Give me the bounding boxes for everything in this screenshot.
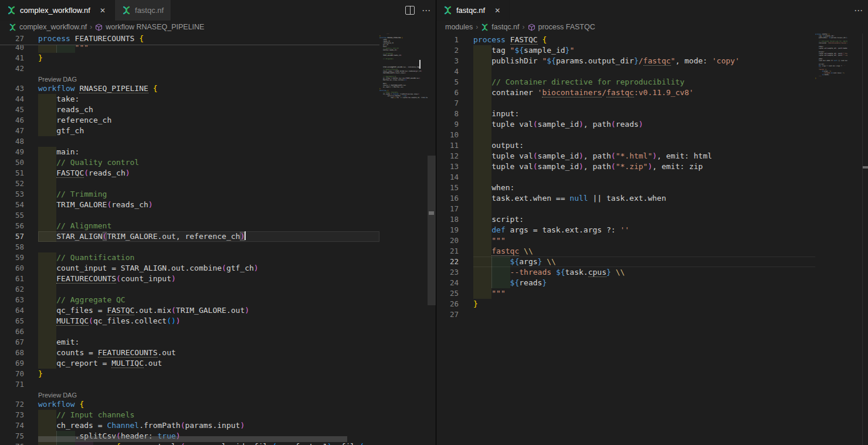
line-content: count_input = STAR_ALIGN.out.combine(gtf… — [38, 263, 379, 274]
code-token: // Quality control — [56, 158, 139, 167]
code-token: } — [38, 53, 43, 62]
line-content: // Trimming — [38, 189, 379, 200]
split-editor-icon[interactable] — [405, 6, 415, 15]
tab-fastqc.nf[interactable]: fastqc.nf✕ — [436, 0, 510, 21]
code-token: ( — [360, 442, 364, 445]
code-token: tag — [491, 46, 510, 55]
indent-band — [38, 231, 56, 242]
editor-right[interactable]: 1process FASTQC {2tag "${sample_id}"3pub… — [436, 33, 868, 445]
code-line: 62 — [0, 284, 379, 295]
line-number: 13 — [436, 161, 459, 172]
code-token: """ — [491, 236, 505, 245]
code-token: "*.zip" — [616, 162, 648, 171]
codelens-preview-dag[interactable]: Preview DAG — [38, 392, 77, 399]
line-number: 23 — [436, 267, 459, 278]
more-actions-icon[interactable]: ⋯ — [854, 0, 863, 21]
line-text: ch_reads = Channel.fromPath(params.input… — [38, 420, 245, 431]
code-line: 60count_input = STAR_ALIGN.out.combine(g… — [0, 263, 379, 274]
indent-band — [38, 305, 56, 316]
code-token: , file — [332, 442, 360, 445]
line-number: 45 — [0, 104, 24, 115]
line-number: 72 — [0, 399, 24, 410]
breadcrumb-item-process[interactable]: process FASTQC — [528, 23, 595, 31]
breadcrumb-item-modules[interactable]: modules — [445, 23, 473, 31]
line-content: } — [38, 53, 379, 63]
code-token: params.input — [408, 93, 418, 95]
indent-band — [473, 161, 491, 172]
code-token: ( — [222, 264, 226, 272]
indent-band — [38, 147, 56, 157]
line-content: ${args} \\ — [473, 257, 815, 267]
tab-fastqc.nf[interactable]: fastqc.nf — [115, 0, 171, 21]
code-token: .map — [93, 442, 116, 445]
code-token: row.sample_id, file — [408, 97, 425, 99]
tabs-right: fastqc.nf✕ — [436, 0, 510, 21]
code-token: when: — [491, 183, 514, 192]
line-number: 73 — [0, 410, 24, 420]
code-line: 73// Input channels — [0, 410, 379, 420]
codelens-preview-dag[interactable]: Preview DAG — [38, 76, 77, 83]
more-actions-icon[interactable]: ⋯ — [422, 0, 431, 21]
vertical-scrollbar[interactable] — [428, 156, 436, 305]
code-token: count_input = STAR_ALIGN.out.combine — [56, 264, 222, 272]
line-text: workflow { — [38, 399, 84, 410]
line-number: 71 — [0, 379, 24, 390]
editor-left[interactable]: 40"""41}42Preview DAG43workflow RNASEQ_P… — [0, 33, 436, 445]
line-content: script: — [473, 214, 815, 225]
code-token: TRIM_GALORE — [56, 200, 107, 209]
code-token: emit: — [56, 338, 79, 346]
code-token: // Input channels — [56, 410, 134, 419]
line-content: when: — [473, 183, 815, 193]
line-content: process FASTQC { — [473, 35, 815, 45]
code-token: task. — [565, 268, 588, 277]
horizontal-scrollbar[interactable] — [38, 436, 347, 442]
tab-complex_workflow.nf[interactable]: complex_workflow.nf✕ — [0, 0, 115, 21]
code-token: reads_ch — [89, 168, 126, 177]
line-number: 1 — [436, 35, 459, 45]
line-content: emit: — [38, 337, 379, 348]
code-token: TRIM_GALORE.out, reference_ch — [107, 232, 240, 241]
line-content: workflow RNASEQ_PIPELINE { — [38, 83, 379, 94]
code-token: .out — [400, 86, 404, 88]
code-token: ${ — [514, 46, 524, 55]
indent-band — [473, 246, 491, 257]
breadcrumb-item-workflow[interactable]: workflow RNASEQ_PIPELINE — [95, 23, 204, 31]
code-token: input: — [491, 109, 519, 118]
code-line: 66 — [0, 326, 379, 337]
code-token: \\ — [843, 72, 845, 74]
minimap-right[interactable]: process FASTQC { tag "${sample_id}" publ… — [815, 33, 847, 445]
line-number: 54 — [0, 200, 24, 210]
line-content: // Alignment — [38, 221, 379, 231]
tab-close-icon[interactable]: ✕ — [98, 6, 107, 15]
indent-band — [38, 274, 56, 284]
breadcrumb: complex_workflow.nf› workflow RNASEQ_PIP… — [0, 21, 436, 33]
code-token: task. — [833, 72, 838, 74]
breadcrumb-label: workflow RNASEQ_PIPELINE — [106, 23, 204, 31]
gutter-cell — [0, 390, 24, 399]
sticky-scroll-line[interactable]: 27process FEATURECOUNTS { — [0, 33, 379, 45]
line-content: reference_ch — [38, 115, 379, 126]
editor-workbench: complex_workflow.nf✕ fastqc.nf ⋯ complex… — [0, 0, 868, 445]
breadcrumb-item-complex_workflow.nf[interactable]: complex_workflow.nf — [9, 23, 87, 31]
code-token: FASTQC — [56, 168, 84, 178]
code-token: { — [542, 35, 547, 44]
code-token: gtf_ch — [226, 264, 254, 272]
code-token: ) — [171, 274, 176, 283]
line-number: 55 — [0, 210, 24, 221]
code-token: || task.ext.when — [588, 194, 666, 203]
code-line: 23--threads ${task.cpus} \\ — [436, 267, 815, 278]
breadcrumb-label: modules — [445, 23, 473, 31]
code-token: container — [819, 42, 828, 44]
tab-close-icon[interactable]: ✕ — [493, 6, 502, 15]
indent-band — [38, 348, 56, 358]
breadcrumb-label: complex_workflow.nf — [19, 23, 87, 31]
code-token: ) — [639, 120, 643, 129]
code-token: } — [829, 74, 830, 76]
indent-band — [473, 66, 491, 77]
code-token: } — [473, 299, 478, 308]
code-line: 55 — [0, 210, 379, 221]
breadcrumb-item-fastqc.nf[interactable]: fastqc.nf — [481, 23, 519, 31]
code-token: { — [402, 37, 403, 39]
code-token: { — [153, 84, 158, 93]
minimap-left[interactable]: """}workflow RNASEQ_PIPELINE { take: rea… — [379, 33, 428, 445]
